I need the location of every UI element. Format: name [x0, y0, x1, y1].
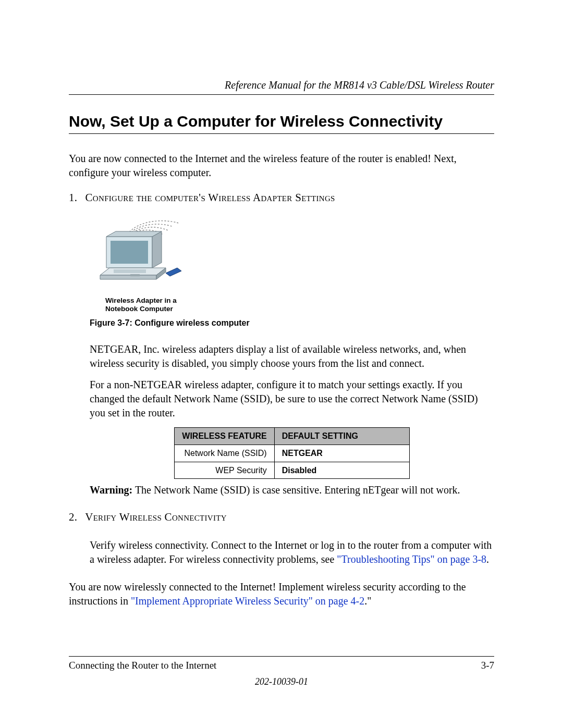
table-header-feature: Wireless Feature [175, 428, 274, 445]
step-1-para-2: For a non-NETGEAR wireless adapter, conf… [90, 378, 494, 420]
closing-paragraph: You are now wirelessly connected to the … [69, 580, 494, 608]
laptop-wireless-icon [90, 214, 189, 294]
warning-text: Warning: The Network Name (SSID) is case… [90, 484, 494, 496]
footer-rule [69, 656, 494, 657]
svg-rect-3 [111, 241, 148, 264]
title-rule [69, 133, 494, 134]
table-cell-feature: Network Name (SSID) [175, 445, 274, 462]
figure-3-7: Wireless Adapter in a Notebook Computer [90, 214, 494, 313]
footer-page-number: 3-7 [481, 660, 494, 671]
svg-rect-8 [130, 274, 140, 276]
header-rule [69, 94, 494, 95]
running-header: Reference Manual for the MR814 v3 Cable/… [69, 79, 494, 91]
step-2-title: Verify Wireless Connectivity [85, 511, 227, 523]
footer-section: Connecting the Router to the Internet [69, 660, 216, 671]
step-1-heading: 1. Configure the computer's Wireless Ada… [69, 191, 494, 204]
step-2-heading: 2. Verify Wireless Connectivity [69, 511, 494, 524]
page: Reference Manual for the MR814 v3 Cable/… [0, 0, 563, 728]
figure-image-caption: Wireless Adapter in a Notebook Computer [105, 297, 494, 313]
footer-doc-number: 202-10039-01 [69, 676, 494, 687]
svg-rect-7 [114, 269, 146, 273]
step-2-number: 2. [69, 511, 82, 524]
security-link[interactable]: "Implement Appropriate Wireless Security… [131, 595, 364, 607]
step-1-body: NETGEAR, Inc. wireless adapters display … [90, 342, 494, 479]
step-2-para: Verify wireless connectivity. Connect to… [90, 538, 494, 566]
table-row: Network Name (SSID) NETGEAR [175, 445, 409, 462]
page-footer: Connecting the Router to the Internet 3-… [69, 656, 494, 687]
table-cell-value: Disabled [274, 462, 409, 479]
step-2-body: Verify wireless connectivity. Connect to… [90, 538, 494, 566]
step-1-title: Configure the computer's Wireless Adapte… [85, 191, 335, 204]
table-cell-value: NETGEAR [274, 445, 409, 462]
svg-marker-9 [166, 268, 181, 276]
table-row: WEP Security Disabled [175, 462, 409, 479]
table-cell-feature: WEP Security [175, 462, 274, 479]
troubleshooting-link[interactable]: "Troubleshooting Tips" on page 3-8 [337, 553, 486, 565]
svg-marker-5 [100, 275, 156, 279]
step-1-para-1: NETGEAR, Inc. wireless adapters display … [90, 342, 494, 371]
svg-marker-1 [152, 231, 162, 268]
intro-paragraph: You are now connected to the Internet an… [69, 152, 494, 180]
svg-marker-2 [106, 231, 162, 237]
step-1-number: 1. [69, 191, 82, 204]
figure-label: Figure 3-7: Configure wireless computer [90, 318, 494, 328]
page-title: Now, Set Up a Computer for Wireless Conn… [69, 113, 494, 130]
table-header-default: Default Setting [274, 428, 409, 445]
wireless-settings-table: Wireless Feature Default Setting Network… [174, 427, 409, 479]
